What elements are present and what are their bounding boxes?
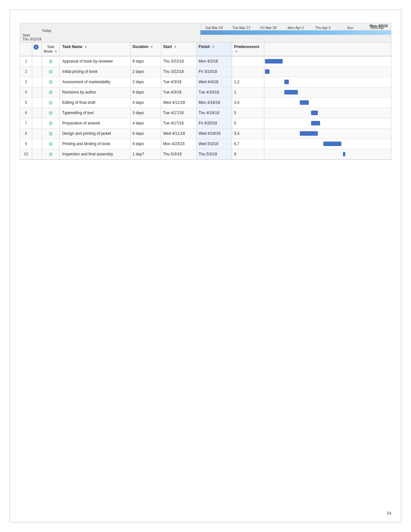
task-finish: Thu 4/19/18	[197, 108, 232, 118]
gantt-bar	[300, 131, 318, 136]
start-label: Start Thu 3/22/18	[23, 33, 198, 41]
row-mode: ♔	[42, 118, 60, 128]
gantt-bar	[300, 100, 309, 105]
date-mark-1: Sat Mar 24	[201, 26, 228, 30]
col-header-finish[interactable]: Finish ▼	[197, 43, 232, 56]
task-pred: 3,4	[232, 98, 264, 108]
task-gantt	[264, 87, 391, 97]
col-header-mode[interactable]: TaskMode ▼	[42, 43, 60, 56]
task-name: Typesetting of text	[60, 108, 131, 118]
finish-sort-icon: ▼	[212, 45, 215, 49]
row-info	[32, 139, 42, 149]
task-start: Tue 4/17/18	[161, 118, 197, 128]
task-name: Appraisal of book by reviewer	[60, 56, 131, 66]
task-finish: Wed 5/2/18	[197, 139, 232, 149]
task-gantt	[264, 108, 391, 118]
timeline-bar	[201, 30, 391, 35]
task-pred: 3,4	[232, 129, 264, 139]
row-info	[32, 118, 42, 128]
col-header-duration[interactable]: Duration ▼	[131, 43, 161, 56]
task-gantt	[264, 56, 391, 66]
date-mark-6: Sun	[337, 26, 364, 30]
row-num: 2	[20, 67, 32, 77]
task-finish: Thu 5/3/18	[197, 149, 232, 159]
task-finish: Tue 4/10/18	[197, 87, 232, 97]
table-row: 9 ♔ Printing and binding of book 8 days …	[20, 139, 391, 149]
task-name: Design and printing of jacket	[60, 129, 131, 139]
table-row: 6 ♔ Typesetting of text 3 days Tue 4/17/…	[20, 108, 391, 118]
col-header-start[interactable]: Start ▼	[161, 43, 197, 56]
task-mode-icon: ♔	[48, 151, 53, 157]
task-rows: 1 ♔ Appraisal of book by reviewer 8 days…	[20, 56, 391, 160]
gantt-bar	[311, 121, 320, 125]
timeline-right: Mon 4/9/18 Sat Mar 24 Tue Mar 27 Fri Mar…	[201, 23, 391, 42]
date-mark-7: Wed Apr	[364, 26, 391, 30]
task-name: Initial pricing of book	[60, 67, 131, 77]
date-mark-5: Thu Apr 5	[309, 26, 337, 30]
table-row: 7 ♔ Preparation of artwork 4 days Tue 4/…	[20, 118, 391, 129]
info-icon[interactable]: i	[34, 44, 39, 50]
duration-sort-icon: ▼	[150, 45, 153, 49]
date-mark-4: Mon Apr 2	[282, 26, 309, 30]
date-mark-3: Fri Mar 30	[255, 26, 282, 30]
task-pred	[232, 67, 264, 77]
row-mode: ♔	[42, 87, 60, 97]
task-duration: 4 days	[131, 98, 161, 108]
task-finish: Mon 4/2/18	[197, 56, 232, 66]
gantt-bar	[311, 111, 318, 115]
row-info	[32, 129, 42, 139]
task-name: Revisions by author	[60, 87, 131, 97]
name-sort-icon: ▼	[84, 45, 87, 49]
task-gantt	[264, 77, 391, 87]
task-mode-icon: ♔	[48, 79, 53, 85]
row-mode: ♔	[42, 139, 60, 149]
task-gantt	[264, 129, 391, 139]
row-mode: ♔	[42, 108, 60, 118]
task-start: Wed 4/11/18	[161, 129, 197, 139]
row-mode: ♔	[42, 67, 60, 77]
task-mode-icon: ♔	[48, 110, 53, 116]
row-mode: ♔	[42, 129, 60, 139]
gantt-bar	[284, 80, 289, 84]
task-name: Assessment of marketability	[60, 77, 131, 87]
start-date: Thu 3/22/18	[23, 37, 198, 41]
row-mode: ♔	[42, 56, 60, 66]
task-pred	[232, 56, 264, 66]
date-mark-2: Tue Mar 27	[228, 26, 255, 30]
task-name: Printing and binding of book	[60, 139, 131, 149]
task-gantt	[264, 98, 391, 108]
col-header-num	[20, 43, 32, 56]
task-duration: 1 day?	[131, 149, 161, 159]
task-duration: 2 days	[131, 77, 161, 87]
task-finish: Mon 4/16/18	[197, 98, 232, 108]
task-mode-icon: ♔	[48, 58, 53, 64]
task-name: Preparation of artwork	[60, 118, 131, 128]
task-pred: 1	[232, 87, 264, 97]
task-start: Thu 5/3/18	[161, 149, 197, 159]
task-pred: 1,2	[232, 77, 264, 87]
task-duration: 6 days	[131, 87, 161, 97]
task-finish: Wed 4/4/18	[197, 77, 232, 87]
task-name: Editing of final draft	[60, 98, 131, 108]
task-gantt	[264, 118, 391, 128]
row-num: 4	[20, 87, 32, 97]
task-duration: 2 days	[131, 67, 161, 77]
table-row: 4 ♔ Revisions by author 6 days Tue 4/3/1…	[20, 87, 391, 98]
task-start: Thu 3/22/18	[161, 67, 197, 77]
task-start: Thu 3/22/18	[161, 56, 197, 66]
task-mode-icon: ♔	[48, 141, 53, 147]
task-start: Mon 4/23/18	[161, 139, 197, 149]
timeline-left: Today Start Thu 3/22/18	[20, 23, 201, 42]
row-num: 6	[20, 108, 32, 118]
col-pred-label: Predecessors	[234, 44, 259, 49]
task-finish: Fri 3/23/18	[197, 67, 232, 77]
row-num: 1	[20, 56, 32, 66]
col-start-label: Start	[163, 44, 172, 49]
col-header-pred[interactable]: Predecessors ▼	[232, 43, 264, 56]
row-num: 8	[20, 129, 32, 139]
row-num: 3	[20, 77, 32, 87]
gantt-bar	[284, 90, 298, 94]
col-header-gantt	[264, 43, 391, 56]
row-num: 9	[20, 139, 32, 149]
col-header-name[interactable]: Task Name ▼	[60, 43, 131, 56]
